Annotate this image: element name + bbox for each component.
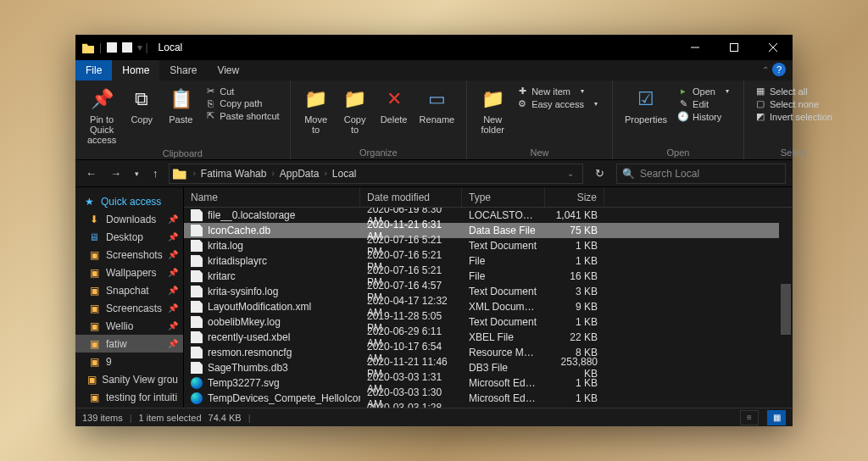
new-item-button[interactable]: ✚New item▾: [516, 86, 602, 97]
collapse-ribbon-icon[interactable]: ⌃: [762, 65, 769, 75]
back-button[interactable]: ←: [82, 167, 100, 180]
sidebar-item[interactable]: ▣Snapchat📌: [75, 281, 183, 299]
file-row[interactable]: kritarc2020-07-16 5:21 PMFile16 KB: [184, 269, 793, 284]
new-folder-button[interactable]: 📁New folder: [474, 84, 511, 136]
select-none-button[interactable]: ▢Select none: [754, 98, 832, 109]
column-type[interactable]: Type: [462, 187, 545, 207]
sidebar[interactable]: ★ Quick access ⬇Downloads📌🖥Desktop📌▣Scre…: [75, 187, 184, 408]
pin-to-quick-access-button[interactable]: 📌Pin to Quick access: [82, 84, 121, 147]
folder-copy-icon: 📁: [342, 86, 369, 113]
view-details-button[interactable]: ≡: [740, 410, 759, 425]
pin-icon: 📌: [168, 339, 178, 348]
select-all-button[interactable]: ▦Select all: [754, 86, 832, 97]
view-large-icons-button[interactable]: ▦: [767, 410, 786, 425]
paste-shortcut-button[interactable]: ⇱Paste shortcut: [204, 110, 279, 121]
file-row[interactable]: kritadisplayrc2020-07-16 5:21 PMFile1 KB: [184, 253, 793, 269]
easy-access-button[interactable]: ⚙Easy access▾: [516, 98, 602, 109]
tab-share[interactable]: Share: [159, 60, 207, 81]
copy-button[interactable]: ⧉Copy: [123, 84, 160, 126]
tab-home[interactable]: Home: [112, 60, 159, 81]
ribbon-group-clipboard: 📌Pin to Quick access ⧉Copy 📋Paste ✂Cut ⎘…: [75, 81, 291, 159]
file-row[interactable]: file__0.localstorage2020-06-19 8:30 AMLO…: [184, 208, 793, 223]
file-row[interactable]: SageThumbs.db32020-11-21 11:46 PMDB3 Fil…: [184, 360, 793, 375]
properties-button[interactable]: ☑Properties: [620, 84, 672, 126]
sidebar-item[interactable]: ▣Screencasts📌: [75, 299, 183, 317]
chevron-right-icon[interactable]: ›: [192, 169, 198, 178]
file-row[interactable]: LayoutModification.xml2020-04-17 12:32 A…: [184, 299, 793, 314]
history-button[interactable]: 🕘History: [677, 111, 733, 122]
address-bar[interactable]: › Fatima Wahab › AppData › Local ⌄: [169, 164, 584, 184]
file-file-icon: [191, 209, 203, 221]
chevron-right-icon[interactable]: ›: [322, 169, 328, 178]
paste-button[interactable]: 📋Paste: [162, 84, 199, 126]
scrollbar-thumb[interactable]: [781, 284, 791, 335]
help-icon[interactable]: ?: [772, 63, 786, 76]
sidebar-item[interactable]: ▣9: [75, 353, 183, 370]
breadcrumb-segment[interactable]: Fatima Wahab: [199, 168, 269, 180]
sidebar-item[interactable]: ▣fatiw📌: [75, 335, 183, 353]
breadcrumb-segment[interactable]: AppData: [278, 168, 321, 180]
file-row[interactable]: Tempmail-alert-email-notification-icon.s…: [184, 406, 793, 408]
column-size[interactable]: Size: [545, 187, 604, 207]
copy-to-button[interactable]: 📁Copy to: [337, 84, 374, 136]
breadcrumb-segment[interactable]: Local: [331, 168, 359, 180]
sidebar-item[interactable]: ▣Wellio📌: [75, 317, 183, 335]
scrollbar[interactable]: [779, 208, 793, 408]
titlebar[interactable]: | ▾ | Local: [75, 35, 793, 60]
file-row[interactable]: krita.log2020-07-16 5:21 PMText Document…: [184, 238, 793, 253]
file-row[interactable]: TempDevices_Compete_HelloIcon__Blue...20…: [184, 391, 793, 406]
delete-button[interactable]: ✕Delete: [376, 84, 413, 126]
folder-icon: 🖥: [87, 231, 101, 243]
recent-locations-button[interactable]: ▾: [131, 169, 142, 178]
tab-view[interactable]: View: [207, 60, 249, 81]
sidebar-item[interactable]: ⬇Downloads📌: [75, 210, 183, 228]
qat-icon[interactable]: [122, 42, 132, 53]
search-box[interactable]: 🔍 Search Local: [616, 164, 786, 184]
file-file-icon: [191, 347, 203, 358]
file-row[interactable]: IconCache.db2020-11-21 6:31 AMData Base …: [184, 223, 793, 238]
minimize-button[interactable]: [676, 35, 715, 60]
sidebar-item[interactable]: 🖥Desktop📌: [75, 228, 183, 246]
sidebar-item[interactable]: ▣testing for intuiti: [75, 388, 183, 406]
tab-file[interactable]: File: [75, 60, 112, 81]
folder-icon: ⬇: [87, 214, 101, 225]
chevron-right-icon[interactable]: ›: [270, 169, 275, 178]
edit-button[interactable]: ✎Edit: [677, 98, 733, 109]
maximize-button[interactable]: [715, 35, 754, 60]
folder-icon: ▣: [87, 392, 101, 403]
file-row[interactable]: krita-sysinfo.log2020-07-16 4:57 PMText …: [184, 284, 793, 299]
chevron-down-icon: ▾: [590, 100, 602, 108]
copy-path-button[interactable]: ⎘Copy path: [204, 98, 279, 108]
pin-icon: 📌: [168, 268, 178, 277]
address-dropdown-icon[interactable]: ⌄: [562, 169, 579, 178]
file-file-icon: [191, 240, 203, 252]
open-button[interactable]: ▸Open▾: [677, 86, 733, 97]
rename-button[interactable]: ▭Rename: [415, 84, 460, 126]
folder-icon: ▣: [87, 320, 101, 332]
sidebar-item[interactable]: ▣Sanity View grou: [75, 370, 183, 388]
column-name[interactable]: Name: [184, 187, 360, 207]
file-row[interactable]: resmon.resmoncfg2020-10-17 6:54 AMResour…: [184, 345, 793, 360]
forward-button[interactable]: →: [107, 167, 125, 180]
refresh-button[interactable]: ↻: [590, 167, 609, 180]
file-row[interactable]: Temp32277.svg2020-03-03 1:31 AMMicrosoft…: [184, 375, 793, 391]
search-icon: 🔍: [622, 168, 635, 180]
qat-icon[interactable]: [107, 42, 117, 53]
close-button[interactable]: [754, 35, 793, 60]
select-all-icon: ▦: [754, 86, 766, 97]
invert-selection-button[interactable]: ◩Invert selection: [754, 111, 832, 122]
column-headers[interactable]: Name Date modified Type Size: [184, 187, 793, 208]
status-size: 74.4 KB: [209, 413, 242, 423]
file-row[interactable]: oobelibMkey.log2019-11-28 5:05 PMText Do…: [184, 314, 793, 330]
file-row[interactable]: recently-used.xbel2020-06-29 6:11 AMXBEL…: [184, 330, 793, 345]
move-to-button[interactable]: 📁Move to: [298, 84, 335, 136]
up-button[interactable]: ↑: [149, 167, 162, 180]
sidebar-item[interactable]: ▣Screenshots📌: [75, 246, 183, 264]
cut-button[interactable]: ✂Cut: [204, 86, 279, 97]
column-date[interactable]: Date modified: [360, 187, 462, 207]
file-list[interactable]: file__0.localstorage2020-06-19 8:30 AMLO…: [184, 208, 793, 408]
copy-icon: ⧉: [128, 86, 155, 113]
sidebar-quick-access[interactable]: ★ Quick access: [75, 192, 183, 210]
select-none-icon: ▢: [754, 98, 766, 109]
sidebar-item[interactable]: ▣Wallpapers📌: [75, 264, 183, 281]
